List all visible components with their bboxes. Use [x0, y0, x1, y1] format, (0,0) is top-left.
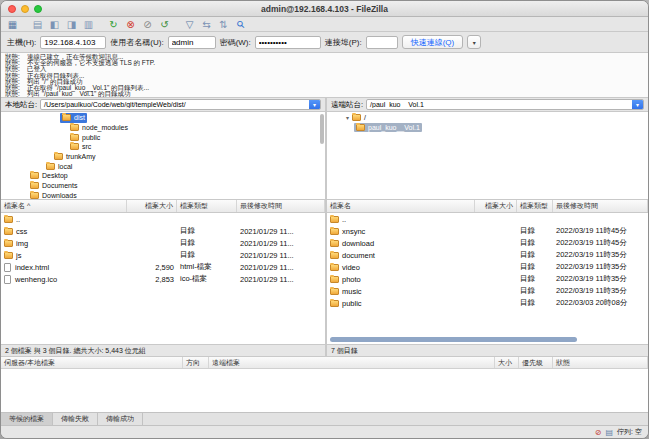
local-path-dropdown-icon[interactable]: ▾: [309, 99, 320, 110]
queue-column-header[interactable]: 優先級: [519, 357, 553, 368]
file-row[interactable]: ..: [327, 213, 648, 225]
zoom-button[interactable]: [34, 5, 42, 13]
tree-item[interactable]: Documents: [1, 181, 325, 191]
tab-inactive[interactable]: 傳輸失敗: [53, 413, 98, 425]
tree-item-label-wrap[interactable]: trunkAmy: [52, 152, 98, 162]
file-row[interactable]: wenheng.ico2,853ico-檔案2021/01/29 11...: [1, 273, 325, 285]
file-row[interactable]: download目錄2022/03/19 11時45分: [327, 237, 648, 249]
column-header[interactable]: 檔案大小: [475, 200, 517, 212]
host-input[interactable]: [40, 36, 106, 49]
tree-item-label-wrap[interactable]: src: [68, 142, 93, 152]
compare-icon[interactable]: ⇆: [200, 18, 213, 31]
file-row[interactable]: css目錄2021/01/29 11...: [1, 225, 325, 237]
remote-horizontal-scrollbar[interactable]: [330, 337, 577, 342]
column-header[interactable]: 檔案名 ^: [1, 200, 127, 212]
queue-column-header[interactable]: 方向: [183, 357, 209, 368]
queue-column-header[interactable]: 大小: [495, 357, 519, 368]
tree-item-label-wrap[interactable]: dist: [60, 113, 87, 123]
file-row[interactable]: ..: [1, 213, 325, 225]
column-header[interactable]: 檔案大小: [127, 200, 177, 212]
find-icon[interactable]: ⚲: [231, 15, 249, 33]
toggle-remote-tree-icon[interactable]: ◨: [65, 18, 78, 31]
tree-item-label: src: [82, 143, 91, 150]
queue-column-header[interactable]: 狀態: [553, 357, 648, 368]
file-row[interactable]: document目錄2022/03/19 11時35分: [327, 249, 648, 261]
username-input[interactable]: [168, 36, 216, 49]
file-date-cell: 2021/01/29 11...: [237, 225, 325, 237]
column-header[interactable]: 檔案類型: [517, 200, 553, 212]
local-path-combo[interactable]: /Users/paulkuo/Code/web/git/templeWeb/di…: [40, 99, 321, 110]
tree-item[interactable]: Desktop: [1, 171, 325, 181]
file-row[interactable]: index.html2,590html-檔案2021/01/29 11...: [1, 261, 325, 273]
column-header[interactable]: 最後修改時間: [553, 200, 648, 212]
tree-item-label-wrap[interactable]: public: [68, 132, 102, 142]
tree-item[interactable]: dist: [1, 113, 325, 123]
column-header[interactable]: 最後修改時間: [237, 200, 325, 212]
file-row[interactable]: xnsync目錄2022/03/19 11時45分: [327, 225, 648, 237]
file-row[interactable]: video目錄2022/03/19 11時35分: [327, 261, 648, 273]
insecure-warning-icon[interactable]: ⊘: [595, 428, 602, 437]
file-name-cell: public: [327, 297, 475, 309]
file-name-cell: css: [1, 225, 127, 237]
file-row[interactable]: photo目錄2022/03/19 11時35分: [327, 273, 648, 285]
queue-column-header[interactable]: 伺服器/本地檔案: [1, 357, 183, 368]
tree-item[interactable]: Downloads: [1, 191, 325, 201]
tree-item[interactable]: node_modules: [1, 123, 325, 133]
file-row[interactable]: music目錄2022/03/19 11時35分: [327, 285, 648, 297]
local-path-bar: 本地站台: /Users/paulkuo/Code/web/git/temple…: [1, 98, 325, 112]
filter-icon[interactable]: ▽: [183, 18, 196, 31]
quickconnect-dropdown-button[interactable]: ▾: [467, 35, 481, 49]
tree-item-label-wrap[interactable]: Downloads: [28, 191, 79, 200]
remote-path-dropdown-icon[interactable]: ▾: [632, 99, 643, 110]
tab-active[interactable]: 等候的檔案: [1, 413, 53, 425]
file-row[interactable]: js目錄2021/01/29 11...: [1, 249, 325, 261]
file-name-cell: index.html: [1, 261, 127, 273]
refresh-icon[interactable]: ↻: [107, 18, 120, 31]
minimize-button[interactable]: [21, 5, 29, 13]
tree-item[interactable]: trunkAmy: [1, 152, 325, 162]
file-row[interactable]: img目錄2021/01/29 11...: [1, 237, 325, 249]
tree-item[interactable]: paul_kuo__Vol.1: [327, 123, 648, 133]
title-bar[interactable]: admin@192.168.4.103 - FileZilla: [1, 1, 648, 17]
tree-item-label-wrap[interactable]: Documents: [28, 181, 79, 191]
toggle-log-icon[interactable]: ▤: [31, 18, 44, 31]
tree-item-label: node_modules: [82, 124, 128, 131]
toggle-queue-icon[interactable]: ▥: [82, 18, 95, 31]
column-header[interactable]: 檔案名: [327, 200, 475, 212]
reconnect-icon[interactable]: ↺: [158, 18, 171, 31]
tree-item[interactable]: local: [1, 161, 325, 171]
tree-item-label-wrap[interactable]: paul_kuo__Vol.1: [354, 123, 422, 133]
quickconnect-button[interactable]: 快速連線(Q): [402, 35, 464, 49]
tab-inactive[interactable]: 傳輸成功: [98, 413, 143, 425]
tree-item[interactable]: ▾/: [327, 113, 648, 123]
disconnect-icon[interactable]: ⊘: [141, 18, 154, 31]
password-input[interactable]: [255, 36, 321, 49]
tree-item[interactable]: src: [1, 142, 325, 152]
folder-icon: [330, 216, 339, 223]
expander-icon[interactable]: ▾: [346, 114, 349, 121]
column-header[interactable]: 檔案類型: [177, 200, 237, 212]
sync-browsing-icon[interactable]: ⇅: [217, 18, 230, 31]
close-button[interactable]: [8, 5, 16, 13]
tree-item-label-wrap[interactable]: /: [350, 113, 368, 123]
file-type-cell: 目錄: [517, 297, 553, 309]
log-indicator-icon[interactable]: ▤: [606, 428, 614, 437]
tree-item-label-wrap[interactable]: Desktop: [28, 171, 70, 181]
folder-icon: [70, 134, 79, 141]
file-row[interactable]: public目錄2022/03/03 20時08分: [327, 297, 648, 309]
remote-path-value: /paul_kuo__Vol.1: [367, 101, 632, 108]
tree-item-label-wrap[interactable]: local: [44, 162, 74, 172]
stop-icon[interactable]: ⊗: [124, 18, 137, 31]
toggle-local-tree-icon[interactable]: ◧: [48, 18, 61, 31]
port-input[interactable]: [366, 36, 398, 49]
tree-item-label: /: [364, 114, 366, 121]
queue-column-header[interactable]: 遠端檔案: [209, 357, 495, 368]
remote-path-combo[interactable]: /paul_kuo__Vol.1 ▾: [366, 99, 644, 110]
local-tree: distnode_modulespublicsrctrunkAmylocalDe…: [1, 112, 325, 200]
folder-icon: [70, 143, 79, 150]
tree-item[interactable]: public: [1, 132, 325, 142]
local-tree-scrollbar[interactable]: [320, 114, 324, 144]
tree-item-label-wrap[interactable]: node_modules: [68, 123, 130, 133]
site-manager-icon[interactable]: ▦: [6, 18, 19, 31]
local-file-list: ..css目錄2021/01/29 11...img目錄2021/01/29 1…: [1, 213, 325, 344]
